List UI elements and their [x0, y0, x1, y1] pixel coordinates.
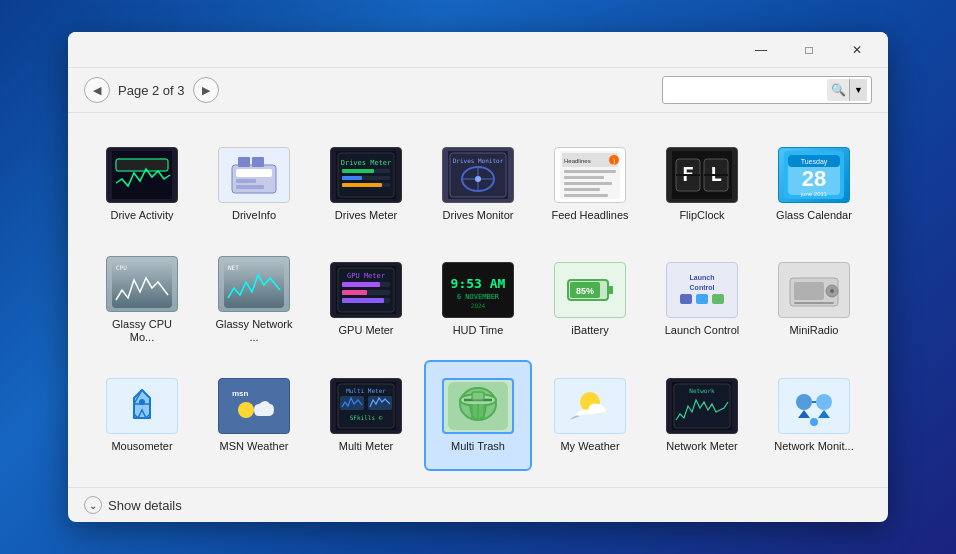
widget-label-mousometer: Mousometer — [111, 440, 172, 453]
svg-rect-6 — [236, 179, 256, 183]
widget-icon-msn-weather: msn — [218, 378, 290, 434]
svg-rect-34 — [564, 188, 600, 191]
svg-text:SFkills ©: SFkills © — [350, 414, 383, 421]
svg-rect-61 — [342, 298, 384, 303]
widget-label-multi-meter: Multi Meter — [339, 440, 393, 453]
next-page-button[interactable]: ▶ — [193, 77, 219, 103]
widget-icon-driveinfo — [218, 147, 290, 203]
widget-item-multi-meter[interactable]: Multi MeterSFkills ©Multi Meter — [312, 360, 420, 471]
widget-item-miniradio[interactable]: MiniRadio — [760, 244, 868, 355]
widget-icon-miniradio — [778, 262, 850, 318]
widget-icon-multi-trash — [442, 378, 514, 434]
svg-text:2024: 2024 — [471, 302, 486, 309]
widget-item-network-meter[interactable]: NetworkNetwork Meter — [648, 360, 756, 471]
title-bar: — □ ✕ — [68, 32, 888, 68]
svg-point-87 — [238, 402, 254, 418]
prev-page-button[interactable]: ◀ — [84, 77, 110, 103]
svg-rect-76 — [712, 294, 724, 304]
widget-label-glassy-cpu: Glassy CPU Mo... — [102, 318, 182, 344]
window-controls: — □ ✕ — [738, 35, 880, 65]
widget-item-mousometer[interactable]: Mousometer — [88, 360, 196, 471]
widget-item-glassy-network[interactable]: NETGlassy Network ... — [200, 244, 308, 355]
minimize-button[interactable]: — — [738, 35, 784, 65]
page-label: Page 2 of 3 — [118, 83, 185, 98]
svg-text:CPU: CPU — [116, 264, 127, 271]
widget-icon-glassy-network: NET — [218, 256, 290, 312]
widget-icon-network-monit — [778, 378, 850, 434]
widget-icon-drives-meter: Drives Meter — [330, 147, 402, 203]
svg-rect-101 — [472, 392, 484, 400]
widget-item-network-monit[interactable]: Network Monit... — [760, 360, 868, 471]
widget-item-gpu-meter[interactable]: GPU MeterGPU Meter — [312, 244, 420, 355]
svg-rect-82 — [794, 302, 834, 304]
widget-item-feed-headlines[interactable]: Headlines)Feed Headlines — [536, 129, 644, 240]
close-button[interactable]: ✕ — [834, 35, 880, 65]
search-button[interactable]: 🔍 — [827, 79, 849, 101]
svg-rect-8 — [238, 157, 250, 167]
widget-icon-hud-time: 9:53 AM6 NOVEMBER2024 — [442, 262, 514, 318]
svg-text:Drives Meter: Drives Meter — [341, 159, 392, 167]
widget-label-my-weather: My Weather — [560, 440, 619, 453]
widget-label-feed-headlines: Feed Headlines — [551, 209, 628, 222]
widget-label-drives-meter: Drives Meter — [335, 209, 397, 222]
svg-text:Tuesday: Tuesday — [801, 158, 828, 166]
svg-rect-35 — [564, 194, 608, 197]
footer: ⌄ Show details — [68, 487, 888, 522]
svg-text:): ) — [613, 156, 616, 165]
widget-item-glass-calendar[interactable]: Tuesday28june 2011Glass Calendar — [760, 129, 868, 240]
svg-rect-16 — [342, 176, 362, 180]
widget-label-multi-trash: Multi Trash — [451, 440, 505, 453]
widget-icon-mousometer — [106, 378, 178, 434]
widget-icon-launch-control: LaunchControl — [666, 262, 738, 318]
widget-icon-multi-meter: Multi MeterSFkills © — [330, 378, 402, 434]
widget-item-launch-control[interactable]: LaunchControlLaunch Control — [648, 244, 756, 355]
maximize-button[interactable]: □ — [786, 35, 832, 65]
widget-item-drive-activity[interactable]: Drive Activity — [88, 129, 196, 240]
svg-rect-7 — [236, 185, 264, 189]
svg-rect-57 — [342, 282, 380, 287]
svg-point-84 — [139, 399, 145, 405]
widget-item-hud-time[interactable]: 9:53 AM6 NOVEMBER2024HUD Time — [424, 244, 532, 355]
widget-label-miniradio: MiniRadio — [790, 324, 839, 337]
widget-item-drives-meter[interactable]: Drives MeterDrives Meter — [312, 129, 420, 240]
svg-rect-0 — [112, 151, 172, 199]
widget-icon-gpu-meter: GPU Meter — [330, 262, 402, 318]
svg-text:GPU Meter: GPU Meter — [347, 272, 385, 280]
widget-icon-glass-calendar: Tuesday28june 2011 — [778, 147, 850, 203]
svg-text:6 NOVEMBER: 6 NOVEMBER — [457, 293, 500, 301]
svg-text:Launch: Launch — [690, 274, 715, 281]
search-box: 🔍 ▼ — [662, 76, 872, 104]
toolbar: ◀ Page 2 of 3 ▶ 🔍 ▼ — [68, 68, 888, 113]
show-details-button[interactable]: ⌄ Show details — [84, 496, 182, 514]
svg-rect-75 — [696, 294, 708, 304]
widget-icon-drive-activity — [106, 147, 178, 203]
widget-label-driveinfo: DriveInfo — [232, 209, 276, 222]
widget-item-flipclock[interactable]: FLFlipClock — [648, 129, 756, 240]
svg-rect-79 — [794, 282, 824, 300]
svg-text:Multi Meter: Multi Meter — [346, 387, 386, 394]
widget-label-glass-calendar: Glass Calendar — [776, 209, 852, 222]
svg-rect-14 — [342, 169, 374, 173]
widget-icon-my-weather — [554, 378, 626, 434]
widget-item-msn-weather[interactable]: msnMSN Weather — [200, 360, 308, 471]
widget-item-drives-monitor[interactable]: Drives MonitorDrives Monitor — [424, 129, 532, 240]
svg-text:85%: 85% — [576, 286, 594, 296]
svg-rect-68 — [608, 286, 613, 294]
widget-label-gpu-meter: GPU Meter — [338, 324, 393, 337]
widget-label-drive-activity: Drive Activity — [111, 209, 174, 222]
widget-label-ibattery: iBattery — [571, 324, 608, 337]
widget-icon-drives-monitor: Drives Monitor — [442, 147, 514, 203]
widget-label-msn-weather: MSN Weather — [220, 440, 289, 453]
widget-label-drives-monitor: Drives Monitor — [443, 209, 514, 222]
widget-item-ibattery[interactable]: 85%iBattery — [536, 244, 644, 355]
widget-label-network-meter: Network Meter — [666, 440, 738, 453]
svg-text:Headlines: Headlines — [564, 158, 591, 164]
widget-item-multi-trash[interactable]: Multi Trash — [424, 360, 532, 471]
search-dropdown-button[interactable]: ▼ — [849, 79, 867, 101]
widget-item-my-weather[interactable]: My Weather — [536, 360, 644, 471]
search-input[interactable] — [667, 83, 827, 97]
widget-item-glassy-cpu[interactable]: CPUGlassy CPU Mo... — [88, 244, 196, 355]
widget-icon-network-meter: Network — [666, 378, 738, 434]
svg-text:msn: msn — [232, 389, 249, 398]
widget-item-driveinfo[interactable]: DriveInfo — [200, 129, 308, 240]
